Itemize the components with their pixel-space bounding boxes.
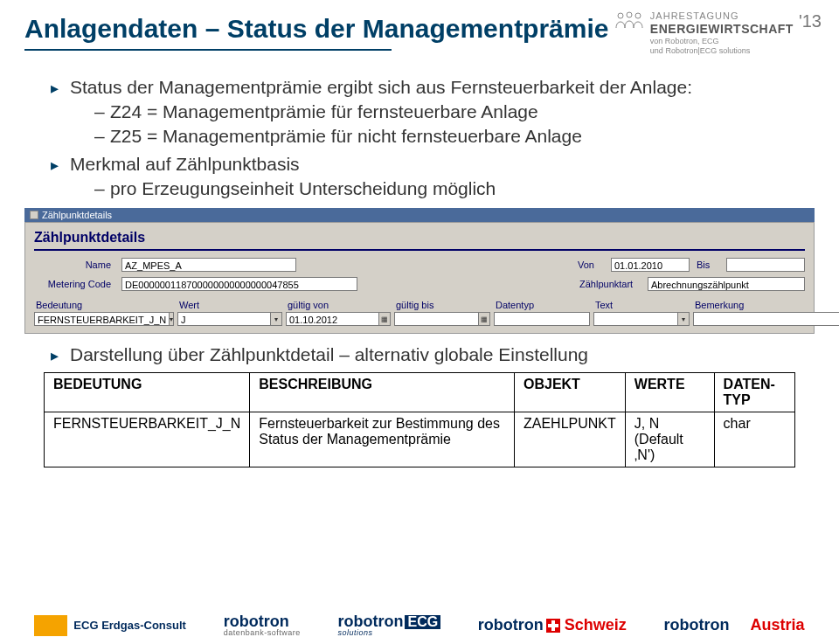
chevron-down-icon[interactable]: ▾ xyxy=(270,312,282,326)
logo-robotron: robotron datenbank-software xyxy=(224,613,301,637)
td-bedeutung: FERNSTEUERBARKEIT_J_N xyxy=(45,412,250,467)
label-name: Name xyxy=(34,260,114,270)
bullet-3: Darstellung über Zählpunktdetail – alter… xyxy=(51,344,795,365)
bullet-2a: pro Erzeugungseinheit Unterscheidung mög… xyxy=(94,178,795,199)
th-beschreibung: BESCHREIBUNG xyxy=(250,373,515,412)
field-metering[interactable]: DE000000118700000000000000047855 xyxy=(121,277,357,291)
chevron-down-icon[interactable]: ▾ xyxy=(677,312,690,326)
event-badge: JAHRESTAGUNG ENERGIEWIRTSCHAFT von Robot… xyxy=(614,10,822,56)
logo-robotron-ecg: robotronECG solutions xyxy=(337,613,440,637)
th-bedeutung: BEDEUTUNG xyxy=(45,373,250,412)
gh-text: Text xyxy=(593,300,690,310)
ecg-icon xyxy=(34,615,67,636)
bullet-2: Merkmal auf Zählpunktbasis pro Erzeugung… xyxy=(51,154,795,199)
cell-wert[interactable]: J▾ xyxy=(177,312,282,326)
field-bis[interactable] xyxy=(726,258,805,272)
event-line2: ENERGIEWIRTSCHAFT xyxy=(650,22,794,37)
svg-point-2 xyxy=(635,13,641,18)
footer-logos: ECG Erdgas-Consult robotron datenbank-so… xyxy=(0,613,839,637)
gh-wert: Wert xyxy=(177,300,282,310)
section-title: Zählpunktdetails xyxy=(34,228,805,251)
label-bis: Bis xyxy=(697,260,719,270)
event-line3: von Robotron, ECG und Robotron|ECG solut… xyxy=(650,37,794,56)
table-row: FERNSTEUERBARKEIT_J_N Fernsteuerbarkeit … xyxy=(45,412,795,467)
label-zptart: Zählpunktart xyxy=(579,279,641,289)
field-name[interactable]: AZ_MPES_A xyxy=(121,258,296,272)
app-titlebar: Zählpunktdetails xyxy=(24,208,815,222)
bullet-2-text: Merkmal auf Zählpunktbasis xyxy=(70,154,300,174)
definitions-table: BEDEUTUNG BESCHREIBUNG OBJEKT WERTE DATE… xyxy=(44,372,795,467)
content-area: Status der Managementprämie ergibt sich … xyxy=(0,51,839,199)
label-von: Von xyxy=(578,260,604,270)
calendar-icon[interactable]: ▦ xyxy=(478,312,490,326)
cell-bemerkung[interactable] xyxy=(693,312,839,326)
bullet-1-text: Status der Managementprämie ergibt sich … xyxy=(70,77,692,97)
field-zptart[interactable]: Abrechnungszählpunkt xyxy=(648,277,805,291)
bullet-1a: Z24 = Managementprämie für fernsteuerbar… xyxy=(94,101,795,122)
gh-bedeutung: Bedeutung xyxy=(34,300,174,310)
td-werte: J, N (Default ‚N') xyxy=(625,412,714,467)
event-line1: JAHRESTAGUNG xyxy=(650,10,794,22)
window-title: Zählpunktdetails xyxy=(42,210,112,220)
logo-robotron-schweiz: robotronSchweiz xyxy=(478,616,627,634)
th-datentyp: DATEN-TYP xyxy=(714,373,794,412)
cell-text[interactable]: ▾ xyxy=(593,312,690,326)
cell-gbis[interactable]: ▦ xyxy=(394,312,490,326)
flag-ch-icon xyxy=(546,619,560,633)
field-von[interactable]: 01.01.2010 xyxy=(611,258,690,272)
logo-ecg: ECG Erdgas-Consult xyxy=(34,615,186,636)
label-metering: Metering Code xyxy=(34,279,114,289)
gh-gbis: gültig bis xyxy=(394,300,490,310)
cell-gvon[interactable]: 01.10.2012▦ xyxy=(286,312,391,326)
chevron-down-icon[interactable]: ▾ xyxy=(169,312,174,326)
calendar-icon[interactable]: ▦ xyxy=(378,312,391,326)
bullet-1: Status der Managementprämie ergibt sich … xyxy=(51,77,795,147)
svg-point-0 xyxy=(618,13,623,18)
app-body: Zählpunktdetails Name AZ_MPES_A Von 01.0… xyxy=(24,222,815,334)
grid-row: FERNSTEUERBARKEIT_J_N▾ J▾ 01.10.2012▦ ▦ … xyxy=(34,312,805,326)
th-werte: WERTE xyxy=(625,373,714,412)
td-datentyp: char xyxy=(714,412,794,467)
svg-point-1 xyxy=(627,12,632,17)
gh-datentyp: Datentyp xyxy=(494,300,590,310)
bullet-1b: Z25 = Managementprämie für nicht fernste… xyxy=(94,126,795,147)
window-icon xyxy=(30,211,38,219)
td-objekt: ZAEHLPUNKT xyxy=(514,412,625,467)
grid-header: Bedeutung Wert gültig von gültig bis Dat… xyxy=(34,300,805,310)
people-icon xyxy=(614,10,645,31)
gh-gvon: gültig von xyxy=(286,300,391,310)
logo-robotron-austria: robotron Austria xyxy=(664,616,805,634)
event-year: '13 xyxy=(799,10,822,31)
th-objekt: OBJEKT xyxy=(514,373,625,412)
app-panel: Zählpunktdetails Zählpunktdetails Name A… xyxy=(24,208,815,334)
gh-bemerkung: Bemerkung xyxy=(693,300,839,310)
td-beschreibung: Fernsteuerbarkeit zur Bestimmung des Sta… xyxy=(250,412,515,467)
cell-datentyp[interactable] xyxy=(494,312,590,326)
cell-bedeutung[interactable]: FERNSTEUERBARKEIT_J_N▾ xyxy=(34,312,174,326)
